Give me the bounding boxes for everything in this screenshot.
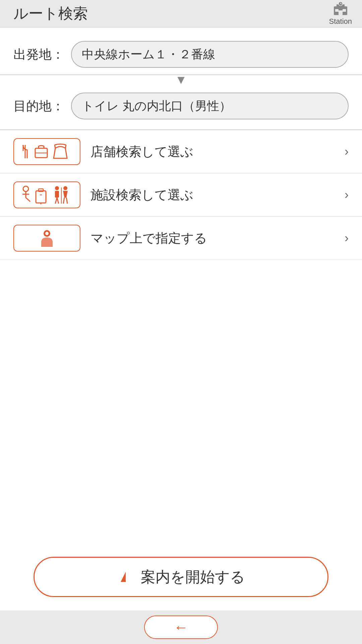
header: ルート検索 Station (0, 0, 362, 28)
svg-rect-7 (339, 10, 343, 15)
shop-search-icon-box (13, 138, 80, 165)
map-select-icon-box (13, 225, 80, 252)
svg-point-28 (45, 232, 49, 235)
destination-input[interactable]: トイレ 丸の内北口（男性） (71, 93, 349, 119)
svg-point-19 (55, 186, 59, 190)
origin-input[interactable]: 中央線ホーム１・２番線 (71, 41, 349, 68)
destination-section: 目的地： トイレ 丸の内北口（男性） (0, 93, 362, 119)
station-button[interactable]: Station (329, 2, 352, 26)
start-button[interactable]: 案内を開始する (34, 557, 328, 597)
footer: ← (0, 610, 362, 644)
svg-point-23 (63, 186, 67, 190)
facility-search-text: 施設検索して選ぶ (90, 186, 335, 204)
map-select-chevron: › (345, 231, 349, 245)
start-button-label: 案内を開始する (141, 567, 245, 587)
svg-point-14 (23, 186, 28, 192)
svg-line-25 (66, 198, 67, 204)
facility-search-chevron: › (345, 188, 349, 202)
start-button-area: 案内を開始する (0, 543, 362, 610)
svg-rect-6 (343, 9, 346, 12)
shop-search-item[interactable]: 店舗検索して選ぶ › (0, 130, 362, 173)
svg-rect-5 (335, 9, 339, 12)
destination-label: 目的地： (13, 98, 64, 115)
facility-icons (18, 185, 75, 205)
svg-line-22 (57, 198, 59, 204)
shop-search-chevron: › (345, 145, 349, 159)
svg-rect-16 (39, 189, 43, 192)
map-select-text: マップ上で指定する (90, 230, 335, 247)
origin-label: 出発地： (13, 46, 64, 63)
facility-search-icon-box (13, 181, 80, 208)
svg-line-13 (65, 145, 66, 148)
shop-search-text: 店舗検索して選ぶ (90, 143, 335, 160)
svg-rect-15 (36, 191, 46, 203)
svg-line-24 (63, 198, 64, 204)
main-content: 出発地： 中央線ホーム１・２番線 ▼ 目的地： トイレ 丸の内北口（男性） (0, 28, 362, 610)
bottom-spacer (0, 260, 362, 543)
back-button[interactable]: ← (144, 615, 218, 639)
svg-line-12 (55, 145, 55, 148)
page-title: ルート検索 (13, 4, 88, 23)
station-label: Station (329, 17, 352, 26)
route-divider: ▼ (0, 74, 362, 86)
back-arrow-icon: ← (174, 619, 188, 636)
svg-rect-20 (55, 191, 59, 198)
facility-search-item[interactable]: 施設検索して選ぶ › (0, 173, 362, 217)
map-select-item[interactable]: マップ上で指定する › (0, 217, 362, 260)
map-icon (18, 228, 75, 248)
navigation-icon (117, 569, 134, 585)
origin-value: 中央線ホーム１・２番線 (82, 46, 215, 63)
station-icon (332, 2, 349, 16)
down-arrow-icon: ▼ (175, 74, 187, 86)
shop-icons (18, 142, 75, 162)
origin-section: 出発地： 中央線ホーム１・２番線 (0, 28, 362, 68)
destination-value: トイレ 丸の内北口（男性） (82, 98, 231, 114)
